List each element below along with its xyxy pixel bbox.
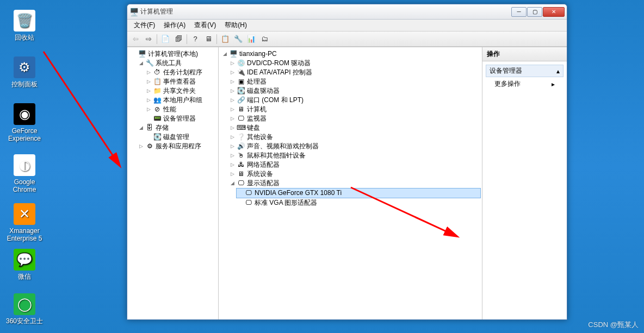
- tree-event-viewer[interactable]: ▷📋事件查看器: [145, 77, 217, 86]
- tree-disk-management[interactable]: 💽磁盘管理: [145, 133, 217, 142]
- tree-device-manager[interactable]: 📟设备管理器: [145, 114, 217, 123]
- device-computer[interactable]: ▷🖥计算机: [228, 105, 481, 114]
- device-gpu-nvidia[interactable]: 🖵NVIDIA GeForce GTX 1080 Ti: [236, 188, 481, 198]
- collapse-icon[interactable]: [131, 51, 137, 57]
- desktop-icon-recycle-bin[interactable]: 🗑️回收站: [5, 10, 44, 41]
- menu-view[interactable]: 查看(V): [190, 20, 220, 31]
- tools-icon: 🔧: [145, 59, 154, 68]
- expand-icon[interactable]: ▷: [146, 88, 152, 94]
- expand-icon[interactable]: ▷: [230, 106, 236, 112]
- desktop-icon-wechat[interactable]: 💬微信: [5, 249, 44, 280]
- geforce-icon: ◉: [14, 103, 35, 125]
- desktop-icon-xmanager[interactable]: ✕XmanagerEnterprise 5: [5, 203, 44, 243]
- tree-shared-folders[interactable]: ▷📁共享文件夹: [145, 86, 217, 96]
- device-display[interactable]: ◢🖵显示适配器: [228, 179, 481, 188]
- expand-icon[interactable]: ▷: [230, 134, 236, 140]
- expand-icon[interactable]: ▷: [230, 153, 236, 159]
- desktop-icon-label: GoogleChrome: [5, 178, 44, 194]
- forward-button[interactable]: ⇨: [143, 33, 154, 45]
- left-tree-pane[interactable]: 🖥️计算机管理(本地) ◢🔧系统工具 ▷⏱任务计划程序 ▷📋事件查看器 ▷📁共享…: [127, 47, 219, 319]
- expand-icon[interactable]: ▷: [230, 97, 236, 103]
- expand-icon[interactable]: ▷: [230, 171, 236, 177]
- collapse-icon[interactable]: ◢: [138, 60, 144, 66]
- expand-icon[interactable]: ▷: [230, 125, 236, 131]
- maximize-button[interactable]: ▢: [527, 7, 542, 17]
- toolbar-btn-5[interactable]: 📊: [245, 33, 257, 45]
- toolbar-btn-3[interactable]: 📋: [219, 33, 231, 45]
- expand-icon[interactable]: ▷: [146, 70, 152, 76]
- tree-services-apps[interactable]: ▷⚙服务和应用程序: [137, 142, 217, 151]
- wechat-icon: 💬: [14, 249, 35, 271]
- svg-line-1: [44, 52, 120, 166]
- expand-icon[interactable]: ▷: [230, 162, 236, 168]
- monitor-icon: 🖵: [237, 115, 245, 123]
- device-keyboard[interactable]: ▷⌨键盘: [228, 123, 481, 133]
- actions-pane: 操作 设备管理器 ▴ 更多操作 ▸: [482, 47, 567, 319]
- collapse-icon[interactable]: ◢: [138, 125, 144, 131]
- device-icon: 📟: [153, 115, 162, 123]
- tree-storage[interactable]: ◢🗄存储: [137, 123, 217, 133]
- expand-icon[interactable]: ▷: [230, 143, 236, 149]
- device-monitor[interactable]: ▷🖵监视器: [228, 114, 481, 123]
- expand-icon[interactable]: ▷: [146, 97, 152, 103]
- disk-icon: 💽: [153, 133, 162, 142]
- back-button[interactable]: ⇦: [129, 33, 141, 45]
- desktop-icon-360[interactable]: ◯360安全卫士: [5, 293, 44, 325]
- expand-icon[interactable]: ▷: [146, 106, 152, 112]
- toolbar-btn-4[interactable]: 🔧: [232, 33, 244, 45]
- expand-icon[interactable]: ▷: [230, 88, 236, 94]
- expand-icon[interactable]: ▷: [230, 70, 236, 76]
- control-panel-icon: ⚙: [14, 56, 35, 78]
- expand-icon[interactable]: ▷: [230, 60, 236, 66]
- actions-more[interactable]: 更多操作 ▸: [486, 77, 564, 91]
- collapse-icon[interactable]: ◢: [222, 51, 228, 57]
- device-cpu[interactable]: ▷▣处理器: [228, 77, 481, 86]
- up-button[interactable]: 📄: [159, 33, 171, 45]
- menu-help[interactable]: 帮助(H): [220, 20, 251, 31]
- expand-icon[interactable]: ▷: [146, 79, 152, 85]
- desktop-icon-control-panel[interactable]: ⚙控制面板: [5, 56, 44, 88]
- device-other[interactable]: ▷❔其他设备: [228, 133, 481, 142]
- minimize-button[interactable]: ─: [511, 7, 527, 17]
- tree-root[interactable]: 🖥️计算机管理(本地): [129, 49, 217, 59]
- window-title: 计算机管理: [140, 7, 511, 16]
- refresh-button[interactable]: ?: [189, 33, 201, 45]
- device-ide[interactable]: ▷🔌IDE ATA/ATAPI 控制器: [228, 68, 481, 77]
- toolbar-btn-1[interactable]: 🗐: [172, 33, 184, 45]
- menu-file[interactable]: 文件(F): [129, 20, 159, 31]
- desktop-icon-geforce[interactable]: ◉GeForceExperience: [5, 103, 44, 143]
- desktop-icon-label: 360安全卫士: [5, 317, 44, 325]
- mouse-icon: 🖱: [237, 152, 245, 160]
- device-system[interactable]: ▷🖥系统设备: [228, 169, 481, 179]
- toolbar-btn-6[interactable]: 🗂: [258, 33, 270, 45]
- expand-icon[interactable]: ▷: [138, 143, 144, 149]
- tree-system-tools[interactable]: ◢🔧系统工具: [137, 59, 217, 68]
- tree-performance[interactable]: ▷⊘性能: [145, 105, 217, 114]
- device-gpu-vga[interactable]: 🖵标准 VGA 图形适配器: [236, 198, 481, 208]
- collapse-icon[interactable]: ▴: [556, 67, 560, 75]
- toolbar-btn-2[interactable]: 🖥: [202, 33, 214, 45]
- titlebar[interactable]: 🖥️ 计算机管理 ─ ▢ ✕: [127, 4, 567, 20]
- desktop-icon-chrome[interactable]: ◐GoogleChrome: [5, 154, 44, 194]
- expand-icon[interactable]: ▷: [230, 79, 236, 85]
- desktop-icon-label: GeForceExperience: [5, 127, 44, 143]
- device-sound[interactable]: ▷🔊声音、视频和游戏控制器: [228, 142, 481, 151]
- device-dvd[interactable]: ▷💿DVD/CD-ROM 驱动器: [228, 59, 481, 68]
- actions-sub-header[interactable]: 设备管理器 ▴: [486, 65, 564, 77]
- device-tree-pane[interactable]: ◢🖥️tianxiang-PC ▷💿DVD/CD-ROM 驱动器 ▷🔌IDE A…: [219, 47, 482, 319]
- desktop-icon-label: 微信: [5, 273, 44, 280]
- menu-action[interactable]: 操作(A): [159, 20, 190, 31]
- collapse-icon[interactable]: ◢: [230, 180, 236, 186]
- toolbar: ⇦ ⇨ 📄 🗐 ? 🖥 📋 🔧 📊 🗂: [127, 32, 567, 47]
- expand-icon[interactable]: ▷: [230, 116, 236, 122]
- device-mouse[interactable]: ▷🖱鼠标和其他指针设备: [228, 151, 481, 160]
- close-button[interactable]: ✕: [543, 7, 565, 17]
- device-root[interactable]: ◢🖥️tianxiang-PC: [221, 49, 481, 59]
- device-disk[interactable]: ▷💽磁盘驱动器: [228, 86, 481, 96]
- desktop-icon-label: 控制面板: [5, 80, 44, 88]
- device-ports[interactable]: ▷🔗端口 (COM 和 LPT): [228, 96, 481, 105]
- device-network[interactable]: ▷🖧网络适配器: [228, 160, 481, 169]
- tree-local-users[interactable]: ▷👥本地用户和组: [145, 96, 217, 105]
- tree-task-scheduler[interactable]: ▷⏱任务计划程序: [145, 68, 217, 77]
- clock-icon: ⏱: [153, 68, 162, 77]
